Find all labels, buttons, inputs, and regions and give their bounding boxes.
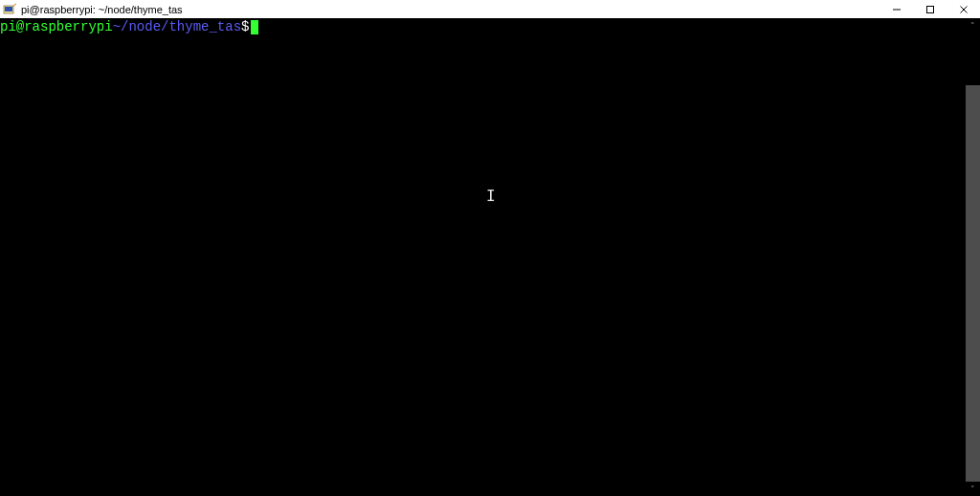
scroll-up-arrow-icon[interactable]: ˄: [966, 18, 980, 33]
prompt-user-host: pi@raspberrypi: [0, 19, 113, 34]
terminal-content[interactable]: pi@raspberrypi ~/node/thyme_tas $ I: [0, 18, 966, 496]
close-button[interactable]: [947, 0, 980, 18]
text-caret-icon: I: [486, 189, 487, 203]
svg-rect-1: [5, 7, 12, 11]
putty-window: pi@raspberrypi: ~/node/thyme_tas pi@rasp…: [0, 0, 980, 496]
window-title: pi@raspberrypi: ~/node/thyme_tas: [21, 4, 183, 15]
prompt-line: pi@raspberrypi ~/node/thyme_tas $: [0, 19, 966, 34]
minimize-button[interactable]: [880, 0, 913, 18]
terminal-cursor: [251, 20, 258, 34]
scroll-down-arrow-icon[interactable]: ˅: [966, 482, 980, 496]
prompt-sep2: $: [241, 19, 249, 34]
maximize-button[interactable]: [913, 0, 947, 18]
terminal-area: pi@raspberrypi ~/node/thyme_tas $ I ˄ ˅: [0, 18, 980, 496]
titlebar-left: pi@raspberrypi: ~/node/thyme_tas: [3, 3, 183, 16]
titlebar[interactable]: pi@raspberrypi: ~/node/thyme_tas: [0, 0, 980, 18]
window-controls: [880, 0, 980, 18]
scroll-thumb[interactable]: [966, 85, 980, 482]
scroll-track[interactable]: [966, 33, 980, 482]
svg-rect-4: [926, 6, 933, 12]
prompt-path: ~/node/thyme_tas: [113, 19, 241, 34]
svg-line-2: [13, 4, 16, 6]
vertical-scrollbar[interactable]: ˄ ˅: [966, 18, 980, 496]
putty-icon: [3, 3, 16, 16]
